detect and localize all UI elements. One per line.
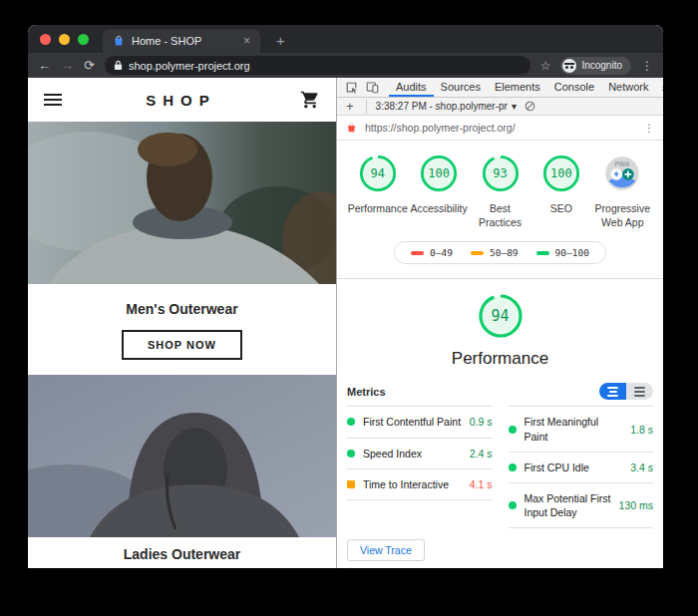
metrics-expanded-toggle-icon[interactable]: [626, 383, 653, 400]
legend-pass-swatch: [536, 251, 549, 255]
mens-outerwear-section: Men's Outerwear SHOP NOW: [28, 284, 336, 375]
audited-url-row: https://shop.polymer-project.org/ ⋮: [337, 116, 663, 141]
shop-favicon-blue-icon: [113, 35, 125, 47]
score-pwa[interactable]: PWA Progressive Web App: [592, 154, 653, 229]
audit-run-dropdown[interactable]: 3:38:27 PM - shop.polymer-pr ▾: [376, 101, 517, 112]
cart-icon[interactable]: [300, 90, 320, 110]
url-field[interactable]: shop.polymer-project.org: [105, 56, 530, 75]
device-toolbar-icon[interactable]: [362, 81, 383, 94]
tab-title: Home - SHOP: [132, 35, 236, 47]
ladies-outerwear-photo[interactable]: [28, 375, 336, 537]
incognito-icon: [562, 59, 576, 73]
forward-icon[interactable]: →: [61, 59, 74, 72]
score-best-practices[interactable]: 93 Best Practices: [470, 154, 530, 229]
metrics-title: Metrics: [347, 386, 386, 398]
metric-pass-icon: [509, 426, 517, 434]
shop-logo[interactable]: SHOP: [62, 92, 300, 109]
tab-elements[interactable]: Elements: [488, 78, 547, 97]
browser-window: Home - SHOP × + ← → ⟳ shop.polymer-proje…: [28, 25, 663, 568]
performance-section-title: Performance: [337, 349, 663, 369]
minimize-window-button[interactable]: [59, 34, 70, 45]
incognito-badge: Incognito: [560, 57, 631, 75]
tab-close-icon[interactable]: ×: [243, 34, 250, 48]
incognito-label: Incognito: [581, 60, 622, 71]
score-accessibility[interactable]: 100 Accessibility: [408, 154, 469, 229]
view-trace-button[interactable]: View Trace: [347, 539, 425, 561]
metric-speed-index: Speed Index 2.4 s: [347, 439, 493, 469]
shop-now-button[interactable]: SHOP NOW: [122, 330, 242, 360]
hamburger-menu-icon[interactable]: [44, 94, 62, 106]
metric-pass-icon: [509, 463, 517, 471]
tab-strip: Home - SHOP × +: [28, 25, 663, 53]
reload-icon[interactable]: ⟳: [84, 59, 95, 72]
clear-audits-icon[interactable]: [524, 101, 535, 112]
tab-audits[interactable]: Audits: [389, 78, 434, 97]
browser-menu-icon[interactable]: ⋮: [641, 59, 653, 73]
audited-url-text: https://shop.polymer-project.org/: [365, 122, 636, 134]
audit-run-bar: + 3:38:27 PM - shop.polymer-pr ▾: [337, 98, 663, 116]
metrics-condensed-toggle-icon[interactable]: [599, 383, 626, 400]
inspect-element-icon[interactable]: [341, 81, 362, 94]
address-bar: ← → ⟳ shop.polymer-project.org ☆ Incogni…: [28, 53, 663, 78]
desktop: Home - SHOP × + ← → ⟳ shop.polymer-proje…: [0, 0, 698, 616]
shop-favicon-orange-icon: [346, 122, 357, 134]
metric-first-meaningful-paint: First Meaningful Paint 1.8 s: [509, 407, 654, 452]
metric-average-icon: [347, 480, 355, 488]
tab-console[interactable]: Console: [547, 78, 601, 97]
ladies-outerwear-heading: Ladies Outerwear: [28, 537, 336, 562]
performance-gauge: 94: [337, 292, 663, 340]
back-icon[interactable]: ←: [38, 59, 51, 72]
score-performance[interactable]: 94 Performance: [347, 154, 408, 229]
window-controls: [28, 25, 103, 53]
metrics-view-toggle: [599, 383, 653, 400]
tab-sources[interactable]: Sources: [434, 78, 488, 97]
web-page: SHOP: [28, 78, 337, 568]
metric-time-to-interactive: Time to Interactive 4.1 s: [347, 469, 493, 500]
metric-max-potential-fid: Max Potential First Input Delay 130 ms: [509, 483, 654, 528]
metric-first-cpu-idle: First CPU Idle 3.4 s: [509, 453, 654, 483]
legend-fail-swatch: [411, 251, 424, 255]
score-summary: 94 Performance 100: [337, 141, 663, 229]
metric-pass-icon: [347, 450, 355, 458]
more-tabs-icon[interactable]: »: [656, 82, 664, 94]
legend-fail: 0–49: [411, 247, 453, 258]
devtools-panel: Audits Sources Elements Console Network …: [337, 78, 663, 568]
close-window-button[interactable]: [40, 34, 51, 45]
score-legend: 0–49 50–89 90–100: [394, 241, 606, 264]
devtools-toolbar: Audits Sources Elements Console Network …: [337, 78, 663, 98]
metric-pass-icon: [509, 501, 517, 509]
legend-average: 50–89: [471, 247, 519, 258]
performance-section: 94 Performance: [337, 278, 663, 369]
devtools-tabs: Audits Sources Elements Console Network …: [389, 78, 663, 97]
tab-network[interactable]: Network: [601, 78, 655, 97]
new-audit-icon[interactable]: +: [343, 99, 357, 114]
metrics-header: Metrics: [337, 369, 663, 406]
metric-first-contentful-paint: First Contentful Paint 0.9 s: [347, 407, 493, 438]
zoom-window-button[interactable]: [78, 34, 89, 45]
score-seo[interactable]: 100 SEO: [530, 154, 591, 229]
metrics-grid: First Contentful Paint 0.9 s Speed Index…: [337, 406, 663, 528]
svg-text:PWA: PWA: [615, 160, 630, 167]
browser-tab[interactable]: Home - SHOP ×: [103, 29, 260, 53]
shop-header: SHOP: [28, 78, 336, 122]
lock-icon: [114, 60, 123, 71]
mens-outerwear-photo[interactable]: [28, 122, 336, 284]
legend-average-swatch: [471, 251, 484, 255]
report-footnote: Values are estimated and may vary. The p…: [337, 561, 663, 568]
mens-outerwear-heading: Men's Outerwear: [28, 284, 336, 317]
url-text: shop.polymer-project.org: [129, 60, 250, 72]
url-row-menu-icon[interactable]: ⋮: [644, 122, 655, 134]
legend-pass: 90–100: [536, 247, 589, 258]
pwa-badge-icon: PWA: [602, 154, 642, 193]
lighthouse-report: 94 Performance 100: [337, 141, 663, 568]
metric-pass-icon: [347, 418, 355, 426]
bookmark-star-icon[interactable]: ☆: [540, 59, 551, 73]
new-tab-button[interactable]: +: [276, 32, 285, 49]
dropdown-caret-icon: ▾: [512, 101, 517, 112]
